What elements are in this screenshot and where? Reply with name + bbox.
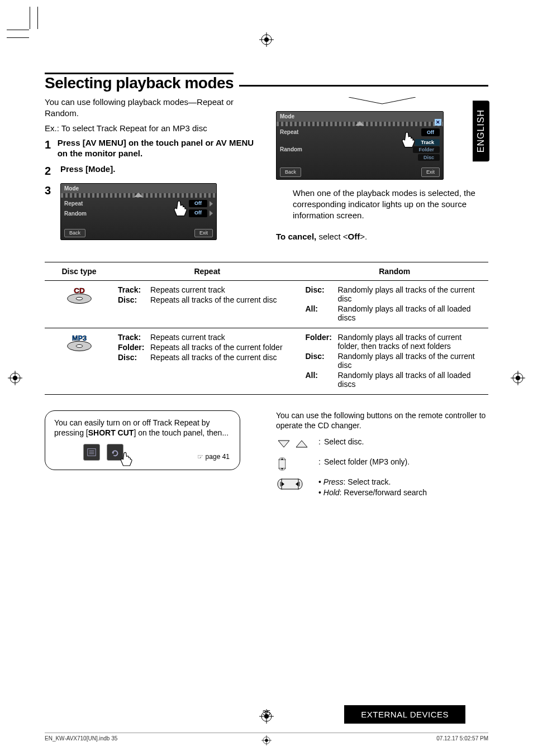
repeat-cell: Track:Repeats current track Disc:Repeats… (113, 280, 301, 328)
shortcut-callout: You can easily turn on or off Track Repe… (45, 410, 240, 471)
kv-value: Randomly plays all tracks of current fol… (337, 333, 484, 351)
table-row-mp3: MP3 Track:Repeats current track Folder:R… (45, 328, 488, 394)
table-row-cd: CD Track:Repeats current track Disc:Repe… (45, 280, 488, 328)
page: ENGLISH Selecting playback modes You can… (0, 0, 533, 756)
kv-key: Disc: (118, 353, 147, 362)
row-option: Disc (418, 154, 440, 161)
svg-point-17 (76, 297, 83, 300)
bottom-left: You can easily turn on or off Track Repe… (45, 395, 257, 504)
close-icon: ✕ (435, 119, 441, 126)
remote-row-disc: :Select disc. (276, 437, 488, 451)
disc-type-cell: MP3 (45, 328, 113, 394)
explanation-text: When one of the playback modes is select… (293, 188, 488, 222)
cd-disc-icon: CD (63, 285, 96, 307)
remote-disc-buttons-icon (276, 437, 310, 451)
kv-value: Repeats current track (150, 285, 225, 294)
content-area: Selecting playback modes You can use fol… (45, 73, 488, 504)
kv-value: Repeats all tracks of the current disc (150, 353, 277, 362)
step-number: 2 (45, 164, 55, 179)
th-repeat: Repeat (113, 262, 301, 280)
modes-table: Disc type Repeat Random CD Track:Repeats… (45, 262, 488, 395)
screen-hatch (277, 122, 443, 126)
kv-key: Disc: (305, 285, 334, 303)
chevron-right-icon (210, 201, 213, 207)
chevron-right-icon (210, 210, 213, 216)
screen-title: Mode (277, 112, 443, 122)
registration-mark-icon (511, 371, 525, 385)
svg-rect-31 (279, 460, 285, 469)
row-label: Repeat (64, 200, 83, 207)
crop-mark-icon (30, 7, 30, 29)
remote-span: : Select track. (344, 477, 391, 486)
remote-em: Press (323, 477, 344, 486)
steps-list: 1 Press [AV MENU] on the touch panel or … (45, 137, 257, 241)
remote-folder-button-icon (276, 457, 310, 471)
section-heading: Selecting playback modes (45, 73, 488, 92)
remote-em: Hold (323, 488, 340, 497)
remote-row-track: Press: Select track. Hold: Reverse/forwa… (276, 477, 488, 498)
cancel-off: Off (348, 232, 360, 241)
row-label: Repeat (280, 128, 298, 136)
screen-row-repeat: Repeat Off (61, 199, 216, 209)
left-column: You can use following playback modes—Rep… (45, 97, 257, 246)
kv-value: Randomly plays all tracks of all loaded … (337, 371, 484, 389)
callout-text: You can easily turn on or off Track Repe… (54, 418, 229, 438)
print-metadata: EN_KW-AVX710[UN].indb 35 07.12.17 5:02:5… (45, 733, 488, 741)
kv-value: Randomly plays all tracks of the current… (337, 352, 484, 370)
callout-part: ] on the touch panel, then... (134, 428, 229, 437)
kv-key: Disc: (118, 295, 147, 304)
print-timestamp: 07.12.17 5:02:57 PM (436, 735, 488, 741)
crop-mark-icon (7, 30, 29, 30)
remote-intro: You can use the following buttons on the… (276, 410, 488, 432)
registration-mark-icon (8, 371, 22, 385)
random-cell: Disc:Randomly plays all tracks of the cu… (301, 280, 488, 328)
kv-key: Disc: (305, 352, 334, 370)
step-text: Press [AV MENU] on the touch panel or AV… (58, 137, 257, 159)
remote-track-button-icon (276, 477, 310, 491)
svg-marker-27 (278, 441, 289, 447)
svg-text:CD: CD (74, 286, 85, 295)
row-label: Random (64, 210, 87, 217)
page-reference: ☞ page 41 (197, 452, 230, 461)
svg-marker-28 (296, 441, 307, 447)
intro-text: You can use following playback modes—Rep… (45, 97, 257, 119)
section-title: Selecting playback modes (45, 73, 234, 92)
hand-pointer-icon (119, 451, 136, 467)
row-value: Off (189, 209, 207, 217)
remote-press-item: Press: Select track. (318, 477, 488, 487)
bottom-right: You can use the following buttons on the… (276, 410, 488, 504)
remote-span: : Reverse/forward search (340, 488, 427, 497)
hand-pointer-icon (172, 199, 191, 218)
language-tab: ENGLISH (473, 101, 489, 161)
list-icon (83, 444, 100, 461)
kv-key: All: (305, 371, 334, 389)
step-screenshot: Mode Repeat Off (60, 183, 217, 241)
remote-text: Select disc. (324, 437, 364, 446)
step-3: 3 Mode Repeat (45, 183, 257, 241)
step-1: 1 Press [AV MENU] on the touch panel or … (45, 137, 257, 159)
back-button: Back (280, 168, 301, 176)
row-value: Off (189, 200, 207, 208)
remote-row-folder: :Select folder (MP3 only). (276, 457, 488, 471)
screen-row-random: Random Off (61, 208, 216, 218)
table-header-row: Disc type Repeat Random (45, 262, 488, 280)
cancel-text: To cancel, select <Off>. (276, 231, 488, 242)
kv-value: Repeats all tracks of the current folder (150, 343, 283, 352)
mp3-disc-icon: MP3 (63, 333, 96, 355)
exit-button: Exit (194, 229, 213, 238)
remote-hold-item: Hold: Reverse/forward search (318, 487, 488, 498)
crop-mark-icon (37, 7, 38, 29)
kv-key: Track: (118, 285, 147, 294)
repeat-cell: Track:Repeats current track Folder:Repea… (113, 328, 301, 394)
kv-key: Folder: (305, 333, 334, 351)
crop-mark-icon (7, 37, 29, 38)
callout-line-icon (276, 97, 488, 108)
kv-key: Track: (118, 333, 147, 342)
step-number: 3 (45, 183, 55, 198)
bottom-two-col: You can easily turn on or off Track Repe… (45, 395, 488, 504)
callout-bold: SHORT CUT (88, 428, 134, 437)
registration-mark-icon (259, 32, 274, 47)
row-label: Random (280, 146, 302, 154)
screen-hatch (61, 193, 216, 198)
cancel-rest: select < (316, 232, 348, 241)
